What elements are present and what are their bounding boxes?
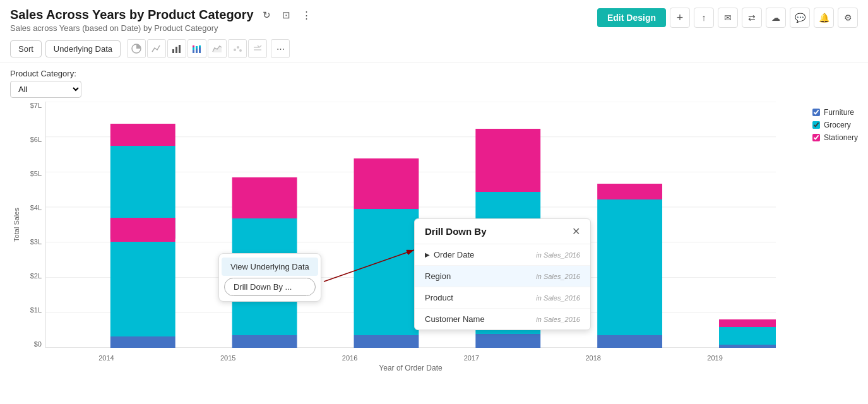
svg-rect-8 [196,46,198,49]
stacked-bar-button[interactable] [187,39,206,58]
x-label-2018: 2018 [585,354,600,362]
legend-stationery: Stationery [812,133,858,142]
legend-grocery-checkbox[interactable] [812,121,820,129]
line-chart-button[interactable] [147,39,166,58]
y-label-7: $7L [30,102,42,109]
underlying-data-button[interactable]: Underlying Data [45,40,121,57]
svg-rect-5 [193,47,194,50]
add-button[interactable]: + [670,8,690,28]
drill-item-customer-source: in Sales_2016 [536,316,580,323]
more-chart-button[interactable] [248,39,267,58]
drill-panel: Drill Down By ✕ ▶ Order Date in Sales_20… [414,218,591,330]
y-label-4: $4L [30,204,42,211]
y-label-3: $3L [30,238,42,246]
email-button[interactable]: ✉ [718,8,738,28]
sort-button[interactable]: Sort [10,40,42,57]
svg-point-13 [237,46,239,49]
svg-rect-6 [193,45,194,47]
y-label-6: $6L [30,136,42,143]
svg-point-14 [239,49,242,52]
drill-item-region-source: in Sales_2016 [536,273,580,280]
svg-rect-26 [110,336,175,348]
x-label-2015: 2015 [220,354,235,362]
toolbar: Sort Underlying Data [0,35,868,62]
legend-grocery-label: Grocery [824,121,851,129]
context-menu: View Underlying Data Drill Down By ... [218,253,321,302]
context-menu-item-view[interactable]: View Underlying Data [222,258,318,276]
bar-chart-button[interactable] [167,39,186,58]
edit-design-button[interactable]: Edit Design [597,8,666,27]
filter-label: Product Category: [10,69,858,78]
legend-furniture-label: Furniture [824,108,854,117]
svg-rect-2 [175,47,177,53]
bar-2014-grocery[interactable] [110,146,175,229]
legend-stationery-label: Stationery [824,133,858,142]
more-options-icon[interactable]: ⋮ [299,8,314,22]
svg-rect-4 [193,50,194,53]
chart-area: Total Sales $7L $6L $5L $4L $3L $2L $1L … [10,102,858,373]
legend-stationery-checkbox[interactable] [812,134,820,141]
cloud-button[interactable]: ☁ [766,8,786,28]
scatter-chart-button[interactable] [228,39,247,58]
x-label-2017: 2017 [464,354,479,362]
x-label-2019: 2019 [707,354,722,362]
y-label-0: $0 [34,340,42,348]
x-label-2014: 2014 [98,354,114,362]
x-label-2016: 2016 [342,354,357,362]
legend-furniture-checkbox[interactable] [812,109,820,116]
y-axis-title: Total Sales [13,208,20,242]
drill-item-product[interactable]: Product in Sales_2016 [415,287,590,309]
drill-item-order-date[interactable]: ▶ Order Date in Sales_2016 [415,244,590,266]
x-axis-title: Year of Order Date [379,364,442,372]
chart-subtitle: Sales across Years (based on Date) by Pr… [10,23,314,33]
y-label-5: $5L [30,170,42,177]
svg-rect-40 [597,184,662,199]
y-label-2: $2L [30,272,42,280]
pie-chart-button[interactable] [127,39,146,58]
drill-item-product-source: in Sales_2016 [536,294,580,302]
legend: Furniture Grocery Stationery [812,108,858,142]
drill-item-region[interactable]: Region in Sales_2016 [415,266,590,287]
bars-svg [45,102,776,348]
y-label-1: $1L [30,306,42,314]
svg-rect-1 [172,49,174,53]
svg-rect-39 [597,199,662,335]
drill-item-customer[interactable]: Customer Name in Sales_2016 [415,309,590,330]
toolbar-more-button[interactable]: ⋯ [271,39,290,58]
chat-button[interactable]: 💬 [790,8,810,28]
category-filter[interactable]: All Furniture Grocery Stationery [10,81,81,98]
svg-rect-41 [719,345,776,348]
svg-point-12 [234,49,236,51]
refresh-icon[interactable]: ↻ [260,8,273,22]
drill-panel-title: Drill Down By [425,226,487,237]
svg-rect-43 [719,319,776,327]
svg-rect-27 [110,242,175,336]
area-chart-button[interactable] [208,39,227,58]
export-button[interactable]: ↑ [694,8,714,28]
filter-area: Product Category: All Furniture Grocery … [0,62,868,102]
svg-rect-28 [110,218,175,242]
bell-button[interactable]: 🔔 [814,8,834,28]
header-right: Edit Design + ↑ ✉ ⇄ ☁ 💬 🔔 ⚙ [597,8,858,28]
drill-panel-close[interactable]: ✕ [572,225,580,237]
legend-grocery: Grocery [812,121,858,129]
share-button[interactable]: ⇄ [742,8,762,28]
embed-icon[interactable]: ⊡ [280,8,293,22]
settings-button[interactable]: ⚙ [838,8,858,28]
bar-2014-stationery[interactable] [110,124,175,146]
chart-type-buttons [127,39,267,58]
legend-furniture: Furniture [812,108,858,117]
svg-rect-34 [354,158,419,209]
header-left: Sales Across Years by Product Category ↻… [10,8,314,33]
drill-panel-header: Drill Down By ✕ [415,219,590,244]
header: Sales Across Years by Product Category ↻… [0,0,868,35]
context-menu-item-drill[interactable]: Drill Down By ... [224,278,316,296]
svg-marker-11 [213,46,222,52]
svg-rect-38 [597,335,662,348]
svg-rect-42 [719,327,776,345]
svg-rect-35 [475,334,540,348]
svg-rect-10 [199,45,201,47]
drill-item-order-date-left: ▶ Order Date [425,250,474,259]
svg-rect-33 [354,209,419,335]
svg-rect-9 [199,47,201,53]
